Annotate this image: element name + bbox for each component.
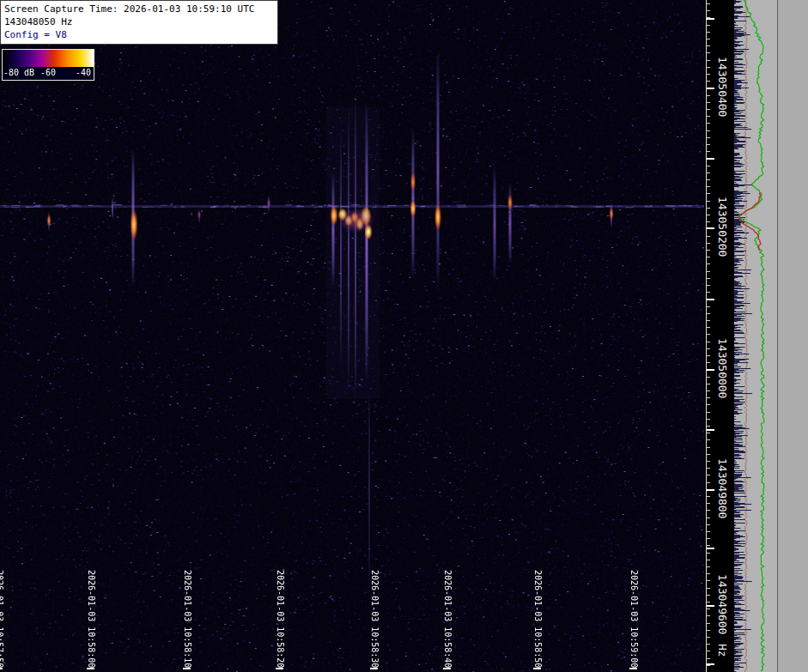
frequency-major-tick (707, 605, 714, 607)
frequency-minor-tick (707, 52, 710, 53)
frequency-minor-tick (707, 482, 710, 483)
frequency-minor-tick (707, 475, 710, 475)
frequency-minor-tick (707, 313, 710, 314)
frequency-minor-tick (707, 419, 710, 420)
frequency-minor-tick (707, 102, 710, 103)
frequency-minor-tick (707, 95, 710, 96)
frequency-major-tick (707, 663, 714, 665)
frequency-minor-tick (707, 630, 710, 631)
frequency-minor-tick (707, 524, 710, 525)
frequency-minor-tick (707, 320, 710, 321)
frequency-minor-tick (707, 433, 710, 433)
frequency-minor-tick (707, 595, 710, 596)
frequency-major-tick (707, 227, 714, 229)
frequency-minor-tick (707, 461, 710, 462)
frequency-minor-tick (707, 404, 710, 405)
frequency-major-tick (707, 548, 714, 549)
frequency-minor-tick (707, 377, 710, 378)
frequency-minor-tick (707, 45, 710, 46)
frequency-minor-tick (707, 81, 710, 82)
config-text: Config = V8 (4, 28, 274, 41)
frequency-minor-tick (707, 306, 710, 307)
frequency-minor-tick (707, 348, 710, 349)
frequency-minor-tick (707, 109, 710, 110)
frequency-major-tick (707, 429, 714, 431)
frequency-minor-tick (707, 362, 710, 363)
frequency-minor-tick (707, 116, 710, 117)
legend-db-min-label: -80 dB (3, 68, 34, 77)
frequency-minor-tick (707, 412, 710, 413)
frequency-minor-tick (707, 179, 710, 180)
frequency-minor-tick (707, 518, 710, 518)
frequency-minor-tick (707, 39, 710, 39)
frequency-minor-tick (707, 439, 710, 440)
frequency-minor-tick (707, 257, 710, 257)
frequency-minor-tick (707, 263, 710, 264)
frequency-minor-tick (707, 123, 710, 124)
frequency-minor-tick (707, 658, 710, 659)
frequency-minor-tick (707, 538, 710, 539)
frequency-minor-tick (707, 3, 710, 4)
frequency-minor-tick (707, 193, 710, 194)
frequency-minor-tick (707, 615, 710, 616)
frequency-minor-tick (707, 74, 710, 75)
frequency-minor-tick (707, 271, 710, 272)
frequency-minor-tick (707, 278, 710, 279)
frequency-minor-tick (707, 608, 710, 609)
frequency-minor-tick (707, 602, 710, 602)
frequency-minor-tick (707, 67, 710, 68)
frequency-minor-tick (707, 10, 710, 11)
frequency-minor-tick (707, 553, 710, 554)
frequency-axis-unit: Hz (717, 644, 728, 657)
frequency-major-tick (707, 18, 714, 20)
frequency-minor-tick (707, 137, 710, 138)
frequency-minor-tick (707, 243, 710, 244)
frequency-minor-tick (707, 545, 710, 546)
frequency-minor-tick (707, 342, 710, 342)
frequency-minor-tick (707, 334, 710, 335)
frequency-minor-tick (707, 130, 710, 131)
frequency-minor-tick (707, 510, 710, 511)
frequency-minor-tick (707, 327, 710, 328)
frequency-minor-tick (707, 221, 710, 222)
frequency-tick-label: 143049600 (717, 574, 728, 634)
frequency-minor-tick (707, 560, 710, 560)
frequency-axis: 1430504001430502001430500001430498001430… (704, 0, 734, 672)
frequency-minor-tick (707, 566, 710, 567)
frequency-minor-tick (707, 447, 710, 448)
frequency-tick-label: 143050200 (717, 197, 728, 257)
color-scale-legend: -80 dB -60 -40 (2, 49, 94, 81)
frequency-minor-tick (707, 166, 710, 166)
speclab-screen-capture: { "header": { "line1": "Screen Capture T… (0, 0, 808, 672)
frequency-minor-tick (707, 503, 710, 504)
frequency-minor-tick (707, 215, 710, 215)
legend-db-max-label: -40 (76, 68, 91, 77)
frequency-minor-tick (707, 573, 710, 574)
app-window: 1430504001430502001430500001430498001430… (0, 0, 808, 672)
frequency-minor-tick (707, 588, 710, 589)
frequency-tick-label: 143050000 (717, 338, 728, 398)
center-frequency-text: 143048050 Hz (4, 15, 274, 28)
frequency-minor-tick (707, 651, 710, 651)
color-gradient-bar (3, 50, 94, 67)
frequency-minor-tick (707, 292, 710, 293)
frequency-minor-tick (707, 144, 710, 145)
frequency-minor-tick (707, 390, 710, 391)
frequency-minor-tick (707, 623, 710, 624)
frequency-minor-tick (707, 426, 710, 427)
frequency-minor-tick (707, 25, 710, 26)
frequency-tick-label: 143049800 (717, 458, 728, 518)
capture-time-text: Screen Capture Time: 2026-01-03 10:59:10… (4, 3, 274, 15)
frequency-minor-tick (707, 468, 710, 469)
frequency-minor-tick (707, 32, 710, 33)
frequency-minor-tick (707, 397, 710, 398)
frequency-minor-tick (707, 285, 710, 286)
frequency-minor-tick (707, 665, 710, 666)
legend-labels: -80 dB -60 -40 (3, 67, 94, 80)
frequency-minor-tick (707, 173, 710, 173)
frequency-major-tick (707, 299, 714, 300)
frequency-major-tick (707, 489, 714, 491)
frequency-tick-label: 143050400 (717, 57, 728, 117)
frequency-minor-tick (707, 236, 710, 237)
legend-db-mid-label: -60 (40, 68, 56, 77)
